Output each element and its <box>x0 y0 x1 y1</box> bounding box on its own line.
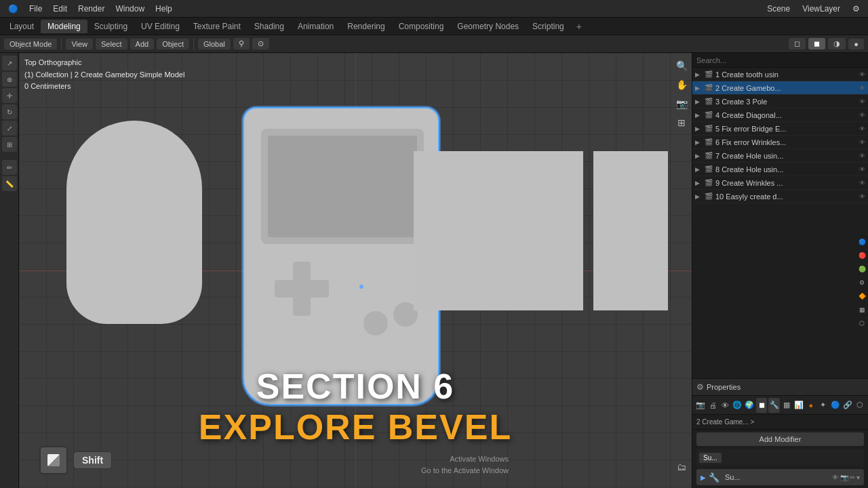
sub-tab-deform[interactable] <box>723 456 731 459</box>
tab-shading[interactable]: Shading <box>248 20 291 33</box>
scene-item-9[interactable]: ▶ 🎬 9 Create Wrinkles ... 👁 <box>692 176 868 190</box>
move-tool[interactable]: ✛ <box>2 88 17 103</box>
prop-constraints-icon[interactable]: 🔗 <box>842 398 853 413</box>
vis-icon-4[interactable]: 👁 <box>859 112 865 119</box>
prop-particles-icon[interactable]: ✦ <box>818 398 829 413</box>
side-icon-5[interactable]: 🔶 <box>856 290 868 302</box>
menu-render[interactable]: Render <box>73 3 110 15</box>
top-icons[interactable]: ⚙ <box>847 3 865 15</box>
modifier-collapse-icon: ▶ <box>701 474 706 481</box>
camera-icon[interactable]: 📷 <box>674 96 689 111</box>
scene-item-3[interactable]: ▶ 🎬 3 Create 3 Pole 👁 <box>692 95 868 108</box>
prop-data-icon[interactable]: 📊 <box>793 398 804 413</box>
side-icon-4[interactable]: ⚙ <box>856 277 868 289</box>
grid-icon[interactable]: ⊞ <box>674 115 689 130</box>
viewlayer-dropdown[interactable]: ViewLayer <box>797 3 846 15</box>
collection-icon-9: 🎬 <box>705 179 714 186</box>
object-mode-dropdown[interactable]: Object Mode <box>4 39 57 49</box>
tab-animation[interactable]: Animation <box>291 20 340 33</box>
modifier-eye-icon[interactable]: 👁 <box>832 474 839 481</box>
vis-icon-9[interactable]: 👁 <box>859 180 865 186</box>
annotate-tool[interactable]: ✏ <box>2 160 17 175</box>
snap-view-icon[interactable]: 🗂 <box>674 460 689 474</box>
prop-objdata-icon[interactable]: ⬡ <box>854 398 865 413</box>
zoom-in-icon[interactable]: 🔍 <box>674 58 689 73</box>
sub-tab-physics[interactable] <box>732 456 741 459</box>
tab-layout[interactable]: Layout <box>3 20 41 33</box>
scene-item-10[interactable]: ▶ 🎬 10 Easyly create d... 👁 <box>692 190 868 203</box>
prop-render-icon[interactable]: 📷 <box>695 398 706 413</box>
vis-icon-1[interactable]: 👁 <box>859 71 865 78</box>
viewport-shading-solid[interactable]: ◼ <box>808 38 825 49</box>
snap-btn[interactable]: ⚲ <box>233 38 250 49</box>
tab-geometry-nodes[interactable]: Geometry Nodes <box>450 20 526 33</box>
measure-tool[interactable]: 📏 <box>2 176 17 191</box>
scene-dropdown[interactable]: Scene <box>762 3 795 15</box>
scene-item-5[interactable]: ▶ 🎬 5 Fix error Bridge E... 👁 <box>692 122 868 136</box>
prop-material-icon[interactable]: ● <box>806 398 816 413</box>
scene-item-6[interactable]: ▶ 🎬 6 Fix error Wrinkles... 👁 <box>692 136 868 149</box>
scale-tool[interactable]: ⤢ <box>2 121 17 136</box>
add-modifier-button[interactable]: Add Modifier <box>696 432 864 446</box>
side-icon-1[interactable]: 🔵 <box>856 236 868 248</box>
prop-view-icon[interactable]: 👁 <box>719 398 730 413</box>
modifier-render-icon[interactable]: 📷 <box>840 474 848 481</box>
modifier-menu-icon[interactable]: ▾ <box>856 474 860 481</box>
scene-item-4[interactable]: ▶ 🎬 4 Create Diagonal... 👁 <box>692 108 868 122</box>
vis-icon-8[interactable]: 👁 <box>859 166 865 173</box>
vis-icon-10[interactable]: 👁 <box>859 193 865 200</box>
tab-compositing[interactable]: Compositing <box>392 20 451 33</box>
side-icon-3[interactable]: 🟢 <box>856 263 868 275</box>
scene-item-8[interactable]: ▶ 🎬 8 Create Hole usin... 👁 <box>692 163 868 176</box>
menu-file[interactable]: File <box>24 3 47 15</box>
tab-texture-paint[interactable]: Texture Paint <box>186 20 248 33</box>
sub-tab-generate[interactable]: Su... <box>699 453 722 463</box>
modifier-header-1[interactable]: ▶ 🔧 Su... 👁 📷 ✏ ▾ <box>696 469 864 485</box>
prop-world-icon[interactable]: 🌍 <box>744 398 755 413</box>
prop-object-icon[interactable]: ◼ <box>756 398 767 413</box>
scene-item-2[interactable]: ▶ 🎬 2 Create Gamebo... 👁 <box>692 81 868 95</box>
menu-blender[interactable]: 🔵 <box>3 3 24 15</box>
tab-rendering[interactable]: Rendering <box>340 20 391 33</box>
vis-icon-7[interactable]: 👁 <box>859 152 865 159</box>
viewport[interactable]: Top Orthographic (1) Collection | 2 Crea… <box>19 53 692 488</box>
vis-icon-5[interactable]: 👁 <box>859 125 865 132</box>
scene-item-1[interactable]: ▶ 🎬 1 Create tooth usin 👁 <box>692 68 868 81</box>
prop-physics-icon[interactable]: 🔵 <box>830 398 841 413</box>
view-menu[interactable]: View <box>66 39 93 49</box>
prop-output-icon[interactable]: 🖨 <box>707 398 718 413</box>
select-menu[interactable]: Select <box>96 39 127 49</box>
side-icon-2[interactable]: 🔴 <box>856 249 868 262</box>
vis-icon-3[interactable]: 👁 <box>859 98 865 105</box>
rotate-tool[interactable]: ↻ <box>2 104 17 119</box>
tab-sculpting[interactable]: Sculpting <box>87 20 134 33</box>
modifier-edit-icon[interactable]: ✏ <box>850 474 855 481</box>
side-icon-6[interactable]: ▦ <box>856 304 868 316</box>
prop-modifiers-icon[interactable]: 🔧 <box>768 398 779 413</box>
transform-dropdown[interactable]: Global <box>198 39 231 49</box>
vis-icon-6[interactable]: 👁 <box>859 139 865 146</box>
prop-vgroups-icon[interactable]: ▦ <box>781 398 792 413</box>
viewport-shading-render[interactable]: ● <box>848 39 864 49</box>
outliner-search-input[interactable] <box>692 53 868 68</box>
menu-help[interactable]: Help <box>150 3 178 15</box>
proportional-btn[interactable]: ⊙ <box>252 38 269 49</box>
scene-item-7[interactable]: ▶ 🎬 7 Create Hole usin... 👁 <box>692 149 868 163</box>
object-menu[interactable]: Object <box>157 39 189 49</box>
side-icon-7[interactable]: ⬡ <box>856 317 868 329</box>
menu-window[interactable]: Window <box>110 3 150 15</box>
tab-scripting[interactable]: Scripting <box>526 20 571 33</box>
add-workspace-tab[interactable]: + <box>571 19 587 34</box>
transform-tool[interactable]: ⊞ <box>2 137 17 152</box>
pan-icon[interactable]: ✋ <box>674 77 689 92</box>
tab-modeling[interactable]: Modeling <box>41 20 87 33</box>
viewport-shading-material[interactable]: ◑ <box>828 38 846 49</box>
menu-edit[interactable]: Edit <box>47 3 73 15</box>
prop-scene-icon[interactable]: 🌐 <box>732 398 743 413</box>
add-menu[interactable]: Add <box>130 39 155 49</box>
vis-icon-2[interactable]: 👁 <box>859 85 865 92</box>
select-tool[interactable]: ↗ <box>2 56 17 70</box>
viewport-shading-wire[interactable]: ◻ <box>789 38 806 49</box>
tab-uv-editing[interactable]: UV Editing <box>134 20 186 33</box>
cursor-tool[interactable]: ⊕ <box>2 72 17 87</box>
